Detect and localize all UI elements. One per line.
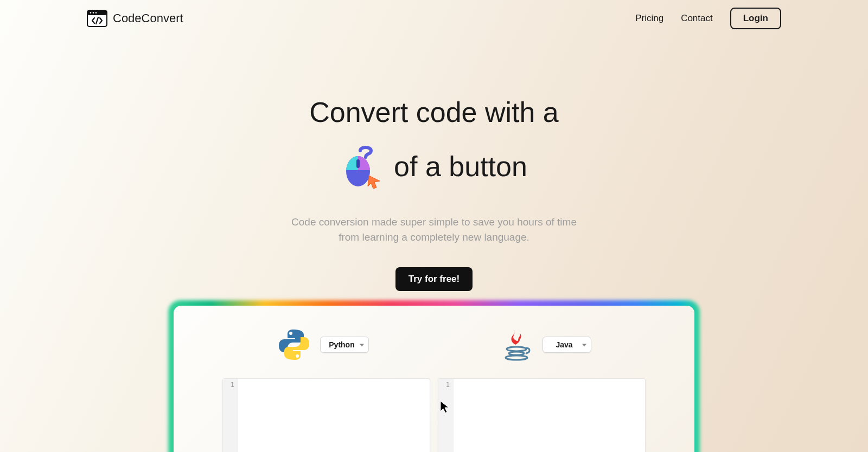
subtitle: Code conversion made super simple to sav… [0, 215, 868, 246]
source-language-select-wrap: Python [320, 337, 369, 353]
subtitle-line1: Code conversion made super simple to sav… [0, 215, 868, 230]
try-free-button[interactable]: Try for free! [395, 267, 473, 291]
target-editor-gutter: 1 [438, 379, 454, 452]
source-language-select[interactable]: Python [320, 337, 369, 353]
svg-rect-7 [356, 159, 360, 168]
target-language-group: Java [445, 327, 646, 362]
svg-point-4 [95, 12, 97, 14]
login-button[interactable]: Login [730, 8, 781, 29]
brand[interactable]: CodeConvert [87, 10, 183, 27]
hero: Convert code with a of a button Code con… [0, 37, 868, 291]
target-language-select[interactable]: Java [542, 337, 591, 353]
target-code-area[interactable] [454, 379, 645, 452]
source-code-area[interactable] [238, 379, 430, 452]
target-language-select-wrap: Java [542, 337, 591, 353]
mouse-click-icon [341, 145, 384, 189]
source-line-number: 1 [223, 381, 234, 389]
svg-point-3 [93, 12, 94, 14]
subtitle-line2: from learning a completely new language. [0, 230, 868, 246]
svg-point-12 [506, 356, 527, 360]
svg-point-11 [509, 352, 524, 355]
editors-row: 1 1 [222, 378, 646, 452]
svg-point-9 [296, 354, 299, 358]
source-editor[interactable]: 1 [222, 378, 430, 452]
brand-name: CodeConvert [113, 11, 183, 25]
svg-point-10 [507, 347, 526, 351]
java-icon [499, 327, 534, 362]
headline-line1: Convert code with a [0, 96, 868, 129]
python-icon [277, 327, 311, 362]
language-row: Python Java [222, 327, 646, 362]
source-editor-gutter: 1 [223, 379, 238, 452]
target-editor[interactable]: 1 [438, 378, 646, 452]
header: CodeConvert Pricing Contact Login [0, 0, 868, 37]
demo-inner: Python Java [174, 306, 694, 452]
nav-contact[interactable]: Contact [681, 13, 713, 24]
nav: Pricing Contact Login [635, 8, 781, 29]
brand-logo-icon [87, 10, 107, 27]
headline-line2-text: of a button [394, 151, 527, 183]
source-language-group: Python [222, 327, 423, 362]
headline-line2: of a button [0, 145, 868, 189]
svg-point-2 [90, 12, 92, 14]
nav-pricing[interactable]: Pricing [635, 13, 663, 24]
svg-point-8 [289, 332, 292, 335]
demo-panel: Python Java [168, 300, 700, 452]
target-line-number: 1 [438, 381, 450, 389]
